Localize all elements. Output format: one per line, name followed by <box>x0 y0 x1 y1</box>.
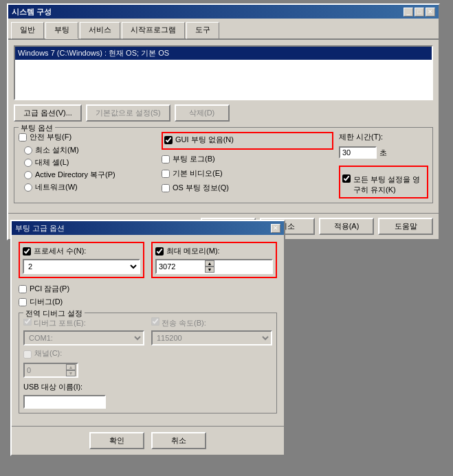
baud-rate-label: 전송 속도(B): <box>162 319 206 327</box>
adv-bottom-buttons: 확인 취소 <box>12 426 284 455</box>
processor-label: 프로세서 수(N): <box>34 246 86 256</box>
timeout-section: 제한 시간(T): 초 <box>339 132 428 159</box>
processor-checkbox-item: 프로세서 수(N): <box>23 246 140 256</box>
gui-boot-label: GUI 부팅 없음(N) <box>175 135 234 145</box>
debug-settings-label: 전역 디버그 설정 <box>23 308 85 319</box>
apply-button[interactable]: 적용(A) <box>319 218 374 235</box>
debug-port-row: 디버그 포트(E): COM1: 전송 속도(B): 115200 <box>23 317 272 345</box>
advanced-options-button[interactable]: 고급 옵션(V)... <box>14 104 82 122</box>
timeout-input[interactable] <box>339 146 377 159</box>
memory-spin-up[interactable]: ▲ <box>205 260 214 267</box>
pci-lock-label: PCI 잠금(P) <box>30 284 69 294</box>
tab-services[interactable]: 서비스 <box>80 22 120 39</box>
minimal-radio-item: 최소 설치(M) <box>24 145 156 155</box>
active-directory-label: Active Directory 복구(P) <box>35 170 115 180</box>
alternate-label: 대체 셸(L) <box>35 157 69 168</box>
debug-port-select[interactable]: COM1: <box>23 330 144 345</box>
adv-cancel-button[interactable]: 취소 <box>151 432 206 449</box>
network-radio-item: 네트워크(W) <box>24 182 156 192</box>
tab-boot[interactable]: 부팅 <box>45 22 78 39</box>
tab-tools[interactable]: 도구 <box>186 22 219 39</box>
advanced-dialog: 부팅 고급 옵션 ✕ 프로세서 수(N): 2 1 4 <box>10 220 285 456</box>
persist-red-box: 모든 부팅 설정을 영구히 유지(K) <box>339 166 428 199</box>
basevideo-checkbox-item: 기본 비디오(E) <box>162 168 333 179</box>
set-default-button[interactable]: 기본값으로 설정(S) <box>86 104 170 122</box>
main-title: 시스템 구성 <box>12 7 52 17</box>
gui-boot-checkbox-item: GUI 부팅 없음(N) <box>164 135 331 145</box>
memory-input[interactable] <box>157 260 205 273</box>
bootlog-label: 부팅 로그(B) <box>173 154 215 164</box>
osinfo-checkbox[interactable] <box>162 184 170 192</box>
channel-spin-down[interactable]: ▼ <box>66 370 76 376</box>
channel-spin-up[interactable]: ▲ <box>66 364 76 370</box>
middle-column: GUI 부팅 없음(N) 부팅 로그(B) 기본 비디오(E) OS 부팅 정보… <box>162 132 333 199</box>
close-button[interactable]: ✕ <box>426 8 435 16</box>
tab-bar: 일반 부팅 서비스 시작프로그램 도구 <box>8 19 439 40</box>
network-radio[interactable] <box>24 183 32 192</box>
adv-ok-button[interactable]: 확인 <box>89 432 144 449</box>
baud-rate-checkbox[interactable] <box>151 317 159 326</box>
debug-port-label: 디버그 포트(E): <box>34 319 86 327</box>
minimal-radio[interactable] <box>24 146 32 155</box>
network-label: 네트워크(W) <box>35 182 78 192</box>
os-listbox[interactable]: Windows 7 (C:\Windows) : 현재 OS; 기본 OS <box>14 45 433 100</box>
usb-label: USB 대상 이름(I): <box>23 382 272 392</box>
persist-checkbox[interactable] <box>342 174 351 183</box>
minimal-label: 최소 설치(M) <box>35 145 79 155</box>
usb-input[interactable] <box>23 395 106 409</box>
basevideo-label: 기본 비디오(E) <box>173 168 223 179</box>
active-directory-radio[interactable] <box>24 171 32 179</box>
processor-red-box: 프로세서 수(N): 2 1 4 <box>19 242 144 278</box>
memory-spinbox: ▲ ▼ <box>155 259 273 274</box>
adv-close-button[interactable]: ✕ <box>271 224 280 233</box>
safeboot-checkbox[interactable] <box>19 133 27 141</box>
tab-content: Windows 7 (C:\Windows) : 현재 OS; 기본 OS 고급… <box>8 40 439 213</box>
delete-button[interactable]: 삭제(D) <box>175 104 230 122</box>
os-list-item[interactable]: Windows 7 (C:\Windows) : 현재 OS; 기본 OS <box>15 47 432 60</box>
debug-checkbox[interactable] <box>19 298 27 306</box>
processor-select[interactable]: 2 1 4 <box>23 259 140 274</box>
memory-spin-down[interactable]: ▼ <box>205 267 214 273</box>
timeout-input-row: 초 <box>339 146 428 159</box>
usb-field: USB 대상 이름(I): <box>23 382 272 409</box>
tab-startup[interactable]: 시작프로그램 <box>122 22 185 39</box>
gui-boot-checkbox[interactable] <box>164 136 173 144</box>
osinfo-checkbox-item: OS 부팅 정보(Q) <box>162 183 333 193</box>
baud-rate-select[interactable]: 115200 <box>151 330 272 345</box>
persist-checkbox-item: 모든 부팅 설정을 영구히 유지(K) <box>342 174 425 195</box>
channel-spinbox: ▲ ▼ <box>23 363 78 378</box>
channel-input[interactable] <box>25 364 66 376</box>
gui-boot-red-box: GUI 부팅 없음(N) <box>162 132 333 150</box>
boot-options-section: 부팅 옵션 안전 부팅(F) 최소 설치(M) <box>14 127 433 203</box>
channel-spin-buttons: ▲ ▼ <box>66 364 76 376</box>
pci-lock-checkbox[interactable] <box>19 285 27 293</box>
osinfo-label: OS 부팅 정보(Q) <box>173 183 229 193</box>
timeout-label: 제한 시간(T): <box>339 132 428 142</box>
channel-checkbox[interactable] <box>23 350 32 359</box>
boot-options-label: 부팅 옵션 <box>19 123 55 133</box>
channel-row: 채널(C): ▲ ▼ <box>23 348 272 378</box>
basevideo-checkbox[interactable] <box>162 170 170 178</box>
pci-lock-row: PCI 잠금(P) <box>19 284 277 294</box>
maximize-button[interactable]: □ <box>415 8 424 16</box>
tab-general[interactable]: 일반 <box>11 22 44 39</box>
debug-port-field: 디버그 포트(E): COM1: <box>23 317 144 345</box>
left-column: 안전 부팅(F) 최소 설치(M) 대체 셸(L) <box>19 132 156 199</box>
proc-mem-row: 프로세서 수(N): 2 1 4 최대 메모리(M): <box>19 242 277 278</box>
minimize-button[interactable]: _ <box>404 8 413 16</box>
adv-title: 부팅 고급 옵션 <box>15 223 65 234</box>
bootlog-checkbox[interactable] <box>162 155 170 163</box>
active-directory-radio-item: Active Directory 복구(P) <box>24 170 156 180</box>
processor-select-row: 2 1 4 <box>23 259 140 274</box>
help-button[interactable]: 도움말 <box>378 218 433 235</box>
debug-checkbox-item: 디버그(D) <box>19 297 277 307</box>
alternate-radio[interactable] <box>24 159 32 167</box>
safeboot-label: 안전 부팅(F) <box>30 132 71 142</box>
processor-checkbox[interactable] <box>23 247 31 256</box>
channel-label-row: 채널(C): <box>23 348 272 361</box>
action-buttons: 고급 옵션(V)... 기본값으로 설정(S) 삭제(D) <box>14 104 433 122</box>
memory-checkbox[interactable] <box>155 247 164 256</box>
memory-label: 최대 메모리(M): <box>166 246 220 256</box>
debug-label: 디버그(D) <box>30 297 63 307</box>
pci-lock-checkbox-item: PCI 잠금(P) <box>19 284 277 294</box>
